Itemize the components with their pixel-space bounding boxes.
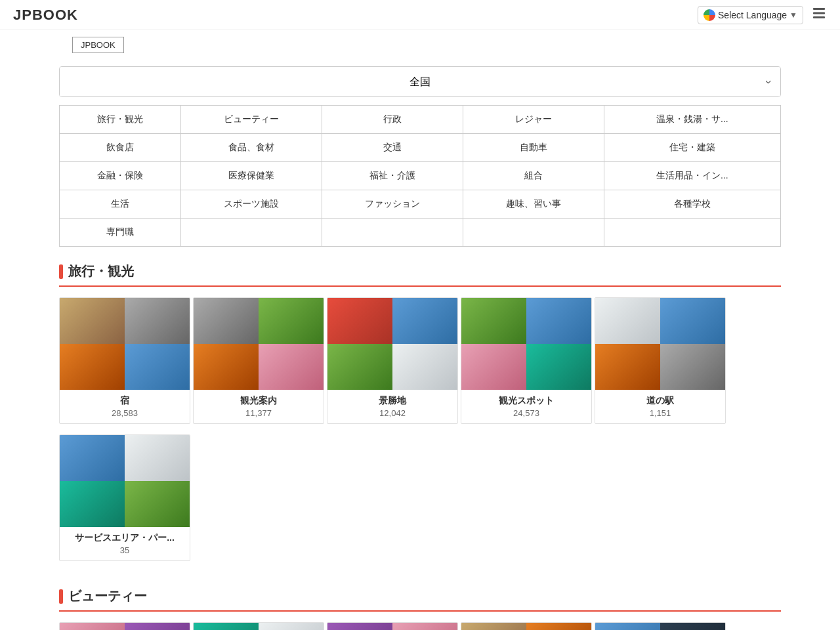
card-image-grid (595, 623, 725, 630)
card-count: 1,151 (600, 408, 720, 418)
card-count: 12,042 (333, 408, 452, 418)
category-cell[interactable]: 生活用品・イン... (604, 162, 780, 190)
card-img-cell (60, 344, 125, 390)
card-img-cell (595, 344, 660, 390)
card-img-cell (392, 623, 457, 630)
card[interactable]: エステ8,500 (193, 622, 324, 630)
card-img-cell (526, 298, 591, 344)
breadcrumb: JPBOOK (59, 30, 781, 60)
card-image-grid (461, 623, 591, 630)
category-cell[interactable]: レジャー (463, 106, 604, 134)
card-count: 11,377 (199, 408, 318, 418)
card-img-cell (125, 435, 190, 481)
card-img-cell (194, 344, 259, 390)
card-title: 観光スポット (467, 395, 586, 407)
category-cell (181, 219, 322, 247)
category-cell[interactable]: 住宅・建築 (604, 134, 780, 162)
card-img-cell (125, 344, 190, 390)
category-cell[interactable]: 生活 (60, 190, 181, 219)
region-select-container: 全国 北海道 東北 関東 中部 近畿 中国 四国 九州・沖縄 (59, 66, 781, 97)
site-logo[interactable]: JPBOOK (13, 7, 78, 24)
category-cell[interactable]: スポーツ施設 (181, 190, 322, 219)
card-img-cell (327, 298, 392, 344)
card[interactable]: 景勝地12,042 (327, 297, 458, 424)
section-beauty: ビューティー美容院52,000エステ8,500ネイル5,200マッサージ12,3… (59, 587, 781, 630)
card-img-cell (461, 298, 526, 344)
language-arrow-icon: ▼ (789, 10, 797, 20)
card-image-grid (60, 298, 190, 390)
section-title-travel: 旅行・観光 (59, 262, 781, 280)
category-cell[interactable]: ビューティー (181, 106, 322, 134)
svg-rect-0 (813, 8, 825, 10)
card[interactable]: 美容院52,000 (59, 622, 190, 630)
card-img-cell (259, 298, 324, 344)
card-info: サービスエリア・パー...35 (60, 527, 190, 560)
card-image-grid (595, 298, 725, 390)
category-cell[interactable]: 食品、食材 (181, 134, 322, 162)
card-img-cell (660, 298, 725, 344)
card[interactable]: 宿28,583 (59, 297, 190, 424)
card-img-cell (125, 298, 190, 344)
category-cell[interactable]: 趣味、習い事 (463, 190, 604, 219)
card[interactable]: サービスエリア・パー...35 (59, 434, 190, 561)
category-cell[interactable]: 交通 (322, 134, 463, 162)
category-cell (604, 219, 780, 247)
card-img-cell (259, 344, 324, 390)
card-image-grid (60, 623, 190, 630)
section-title-beauty: ビューティー (59, 587, 781, 605)
category-cell[interactable]: 医療保健業 (181, 162, 322, 190)
card-img-cell (125, 481, 190, 527)
category-cell[interactable]: 各種学校 (604, 190, 780, 219)
cards-row: 宿28,583観光案内11,377景勝地12,042観光スポット24,573道の… (59, 297, 781, 572)
category-cell[interactable]: 旅行・観光 (60, 106, 181, 134)
card-img-cell (125, 623, 190, 630)
category-cell[interactable]: 福祉・介護 (322, 162, 463, 190)
category-cell[interactable]: 飲食店 (60, 134, 181, 162)
card-img-cell (392, 344, 457, 390)
card-count: 24,573 (467, 408, 586, 418)
category-cell[interactable]: 行政 (322, 106, 463, 134)
card[interactable]: ネイル5,200 (327, 622, 458, 630)
card-info: 道の駅1,151 (595, 390, 725, 423)
region-select-wrap: 全国 北海道 東北 関東 中部 近畿 中国 四国 九州・沖縄 (59, 66, 781, 97)
language-selector[interactable]: Select Language ▼ (698, 6, 803, 24)
card-info: 観光案内11,377 (194, 390, 324, 423)
category-cell[interactable]: 金融・保険 (60, 162, 181, 190)
card-img-cell (194, 623, 259, 630)
card-img-cell (461, 344, 526, 390)
main-content: JPBOOK 全国 北海道 東北 関東 中部 近畿 中国 四国 九州・沖縄 旅行… (46, 30, 794, 630)
category-cell[interactable]: ファッション (322, 190, 463, 219)
card-img-cell (327, 344, 392, 390)
category-cell[interactable]: 温泉・銭湯・サ... (604, 106, 780, 134)
card-img-cell (595, 623, 660, 630)
card-img-cell (595, 298, 660, 344)
card-count: 28,583 (65, 408, 184, 418)
card-info: 宿28,583 (60, 390, 190, 423)
card-img-cell (60, 623, 125, 630)
list-view-icon[interactable] (811, 5, 827, 24)
category-grid: 旅行・観光ビューティー行政レジャー温泉・銭湯・サ...飲食店食品、食材交通自動車… (59, 105, 781, 247)
section-divider (59, 610, 781, 612)
card-image-grid (461, 298, 591, 390)
card-info: 景勝地12,042 (327, 390, 457, 423)
card-title: 道の駅 (600, 395, 720, 407)
svg-rect-1 (813, 12, 825, 14)
category-cell (463, 219, 604, 247)
category-cell[interactable]: 組合 (463, 162, 604, 190)
card-img-cell (60, 435, 125, 481)
card-image-grid (194, 623, 324, 630)
category-cell[interactable]: 自動車 (463, 134, 604, 162)
card[interactable]: 観光スポット24,573 (461, 297, 592, 424)
card-img-cell (526, 344, 591, 390)
card[interactable]: 観光案内11,377 (193, 297, 324, 424)
cards-row: 美容院52,000エステ8,500ネイル5,200マッサージ12,300理容室9… (59, 622, 781, 630)
breadcrumb-jpbook[interactable]: JPBOOK (72, 37, 124, 53)
region-select[interactable]: 全国 北海道 東北 関東 中部 近畿 中国 四国 九州・沖縄 (60, 67, 780, 96)
header-right: Select Language ▼ (698, 5, 827, 24)
card-img-cell (60, 298, 125, 344)
card[interactable]: 理容室9,800 (595, 622, 726, 630)
card-image-grid (194, 298, 324, 390)
card[interactable]: マッサージ12,300 (461, 622, 592, 630)
category-cell[interactable]: 専門職 (60, 219, 181, 247)
card[interactable]: 道の駅1,151 (595, 297, 726, 424)
